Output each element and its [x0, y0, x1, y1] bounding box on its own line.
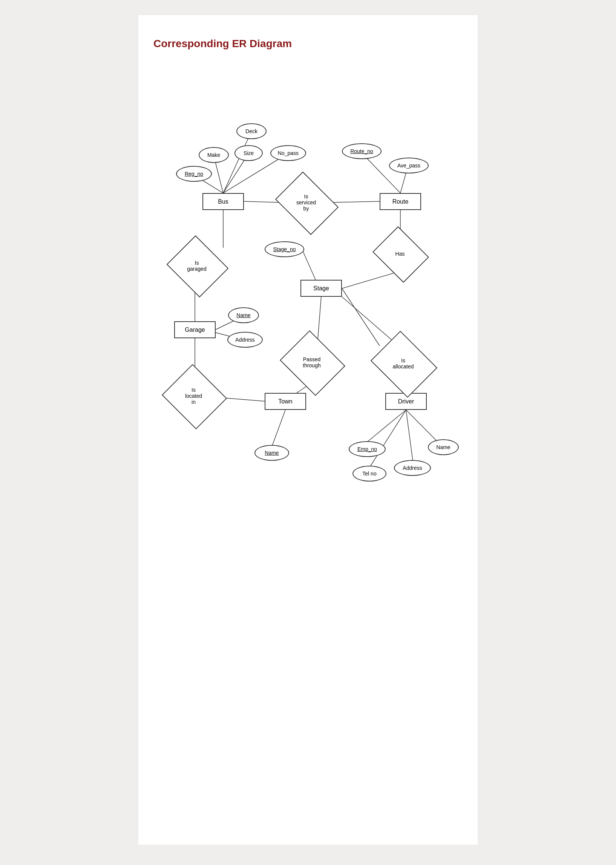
attr-town-name: Name: [255, 445, 289, 461]
svg-line-0: [223, 131, 251, 193]
svg-line-17: [317, 297, 321, 344]
svg-line-22: [342, 288, 380, 346]
svg-line-25: [367, 410, 406, 442]
attr-garage-addr: Address: [227, 332, 263, 348]
rel-is-serviced-by: Is serviced by: [281, 184, 331, 221]
attr-driver-name: Name: [428, 439, 459, 455]
svg-line-14: [302, 250, 316, 280]
rel-is-garaged: Is garaged: [174, 246, 219, 285]
attr-tel-no: Tel no: [352, 466, 387, 481]
page: Corresponding ER Diagram: [138, 15, 478, 845]
svg-line-23: [342, 297, 399, 346]
attr-make: Make: [199, 147, 229, 163]
entity-route: Route: [380, 193, 421, 210]
attr-reg-no: Reg_no: [176, 166, 212, 182]
attr-ave-pass: Ave_pass: [389, 157, 429, 173]
svg-line-19: [272, 410, 285, 446]
attr-deck: Deck: [236, 123, 267, 139]
attr-route-no: Route_no: [342, 143, 382, 159]
entity-stage: Stage: [300, 280, 342, 297]
er-diagram: Bus Route Garage Stage Town Driver Deck …: [154, 65, 462, 800]
rel-passed-through: Passed through: [287, 342, 336, 383]
svg-line-8: [331, 201, 380, 203]
attr-garage-name: Name: [228, 307, 259, 323]
attr-emp-no: Emp_no: [349, 441, 386, 457]
page-title: Corresponding ER Diagram: [154, 38, 462, 50]
svg-line-7: [244, 201, 281, 203]
rel-is-located-in: Is located in: [170, 375, 217, 417]
svg-line-26: [370, 410, 406, 466]
rel-has: Has: [379, 236, 421, 271]
entity-bus: Bus: [203, 193, 244, 210]
attr-size: Size: [234, 145, 263, 161]
rel-is-allocated: Is allocated: [378, 343, 429, 384]
entity-garage: Garage: [174, 321, 215, 338]
attr-driver-addr: Address: [394, 460, 431, 476]
svg-line-27: [406, 410, 413, 461]
entity-town: Town: [265, 393, 306, 410]
svg-line-16: [342, 272, 397, 288]
attr-stage-no: Stage_no: [265, 241, 304, 257]
attr-no-pass: No_pass: [270, 145, 306, 161]
